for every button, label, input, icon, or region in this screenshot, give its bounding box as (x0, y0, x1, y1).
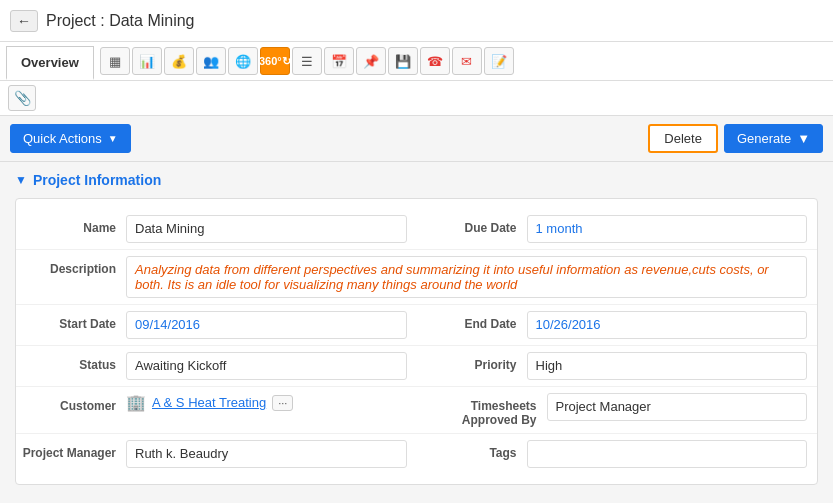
save-icon[interactable]: 💾 (388, 47, 418, 75)
status-field-group: Status Awaiting Kickoff (16, 352, 417, 380)
pm-tags-row: Project Manager Ruth k. Beaudry Tags (16, 434, 817, 474)
customer-link[interactable]: A & S Heat Treating (152, 395, 266, 410)
project-manager-value: Ruth k. Beaudry (126, 440, 407, 468)
customer-cell: 🏢 A & S Heat Treating ··· (126, 393, 407, 412)
start-date-value: 09/14/2016 (126, 311, 407, 339)
duedate-field-group: Due Date 1 month (417, 215, 818, 243)
pm-field-group: Project Manager Ruth k. Beaudry (16, 440, 417, 468)
quick-actions-label: Quick Actions (23, 131, 102, 146)
name-label: Name (16, 215, 126, 235)
project-information-section: ▼ Project Information Name Data Mining D… (0, 162, 833, 495)
due-date-value: 1 month (527, 215, 808, 243)
customer-dots-button[interactable]: ··· (272, 395, 293, 411)
start-date-label: Start Date (16, 311, 126, 331)
generate-caret-icon: ▼ (797, 131, 810, 146)
chevron-down-icon: ▼ (15, 173, 27, 187)
phone-icon[interactable]: ☎ (420, 47, 450, 75)
toolbar: Overview ▦ 📊 💰 👥 🌐 360°↻ ☰ 📅 📌 💾 ☎ ✉ 📝 (0, 42, 833, 81)
customer-timesheets-row: Customer 🏢 A & S Heat Treating ··· Times… (16, 387, 817, 434)
pin-icon[interactable]: 📌 (356, 47, 386, 75)
title-bar: ← Project : Data Mining (0, 0, 833, 42)
customer-field-group: Customer 🏢 A & S Heat Treating ··· (16, 393, 417, 413)
description-value: Analyzing data from different perspectiv… (126, 256, 807, 298)
delete-button[interactable]: Delete (648, 124, 718, 153)
back-button[interactable]: ← (10, 10, 38, 32)
action-bar: Quick Actions ▼ Delete Generate ▼ (0, 116, 833, 162)
clip-button[interactable]: 📎 (8, 85, 36, 111)
quick-actions-button[interactable]: Quick Actions ▼ (10, 124, 131, 153)
name-duedate-row: Name Data Mining Due Date 1 month (16, 209, 817, 250)
timesheets-label: Timesheets Approved By (417, 393, 547, 427)
toolbar-icons: ▦ 📊 💰 👥 🌐 360°↻ ☰ 📅 📌 💾 ☎ ✉ 📝 (94, 43, 520, 79)
priority-value: High (527, 352, 808, 380)
description-label: Description (16, 256, 126, 276)
people-icon[interactable]: 👥 (196, 47, 226, 75)
project-manager-label: Project Manager (16, 440, 126, 460)
back-icon: ← (17, 13, 31, 29)
chart-icon[interactable]: 📊 (132, 47, 162, 75)
tags-value (527, 440, 808, 468)
mail-icon[interactable]: ✉ (452, 47, 482, 75)
due-date-label: Due Date (417, 215, 527, 235)
timesheets-value: Project Manager (547, 393, 808, 421)
money-icon[interactable]: 💰 (164, 47, 194, 75)
generate-button[interactable]: Generate ▼ (724, 124, 823, 153)
name-field-group: Name Data Mining (16, 215, 417, 243)
end-date-label: End Date (417, 311, 527, 331)
tags-label: Tags (417, 440, 527, 460)
calendar-icon[interactable]: 📅 (324, 47, 354, 75)
start-date-field-group: Start Date 09/14/2016 (16, 311, 417, 339)
quick-actions-caret-icon: ▼ (108, 133, 118, 144)
end-date-field-group: End Date 10/26/2016 (417, 311, 818, 339)
customer-building-icon: 🏢 (126, 393, 146, 412)
generate-label: Generate (737, 131, 791, 146)
section-title: Project Information (33, 172, 161, 188)
tags-field-group: Tags (417, 440, 818, 468)
priority-field-group: Priority High (417, 352, 818, 380)
timesheets-field-group: Timesheets Approved By Project Manager (417, 393, 818, 427)
name-value: Data Mining (126, 215, 407, 243)
right-buttons: Delete Generate ▼ (648, 124, 823, 153)
customer-label: Customer (16, 393, 126, 413)
globe-icon[interactable]: 🌐 (228, 47, 258, 75)
section-header[interactable]: ▼ Project Information (15, 172, 818, 188)
page-title: Project : Data Mining (46, 12, 195, 30)
status-priority-row: Status Awaiting Kickoff Priority High (16, 346, 817, 387)
status-value: Awaiting Kickoff (126, 352, 407, 380)
note-icon[interactable]: 📝 (484, 47, 514, 75)
end-date-value: 10/26/2016 (527, 311, 808, 339)
status-label: Status (16, 352, 126, 372)
tab-overview[interactable]: Overview (6, 46, 94, 80)
360-icon[interactable]: 360°↻ (260, 47, 290, 75)
list-icon[interactable]: ☰ (292, 47, 322, 75)
grid-icon[interactable]: ▦ (100, 47, 130, 75)
description-row: Description Analyzing data from differen… (16, 250, 817, 305)
toolbar-row2: 📎 (0, 81, 833, 116)
form-panel: Name Data Mining Due Date 1 month Descri… (15, 198, 818, 485)
priority-label: Priority (417, 352, 527, 372)
clip-icon: 📎 (14, 90, 31, 106)
startdate-enddate-row: Start Date 09/14/2016 End Date 10/26/201… (16, 305, 817, 346)
